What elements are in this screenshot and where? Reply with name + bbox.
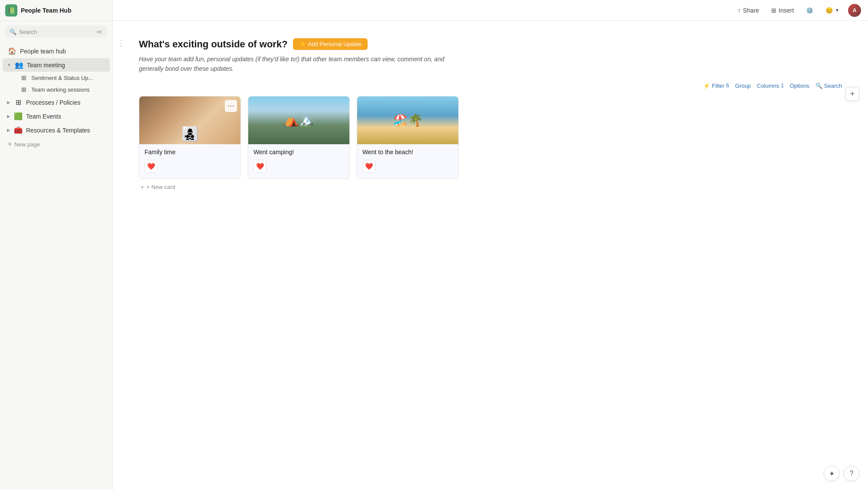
new-card-label: + New card <box>147 184 175 190</box>
search-placeholder: Search <box>19 29 37 35</box>
chevron-down-icon: ▼ <box>835 8 839 13</box>
grid-icon: ⊞ <box>14 98 23 106</box>
card-body-family: Family time ❤️ <box>139 144 240 178</box>
sidebar-item-team-meeting[interactable]: ▼ 👥 Team meeting <box>3 58 110 72</box>
insert-icon: ⊞ <box>771 7 776 14</box>
add-personal-update-label: Add Personal Update <box>308 41 362 47</box>
sidebar-item-label: Team Events <box>26 113 61 120</box>
insert-button[interactable]: ⊞ Insert <box>768 5 797 16</box>
sidebar-item-processes-policies[interactable]: ▶ ⊞ Processes / Policies <box>3 96 110 109</box>
sun-icon: ☀️ <box>299 41 306 47</box>
emoji-button[interactable]: 😊 ▼ <box>822 5 843 16</box>
three-dots-menu[interactable]: ⋮ <box>117 38 125 48</box>
chevron-right-icon: ▶ <box>7 100 10 105</box>
group-label: Group <box>735 83 751 89</box>
sidebar-item-label: Team meeting <box>27 62 65 69</box>
sidebar-title: People Team Hub <box>21 7 71 14</box>
new-page-label: New page <box>14 141 40 148</box>
columns-button[interactable]: Columns 1 <box>757 83 784 89</box>
bottom-right-buttons: ✦ ? <box>824 466 859 481</box>
heart-icon: ❤️ <box>365 162 373 170</box>
section-title-area: What's exciting outside of work? ☀️ Add … <box>139 38 842 50</box>
new-page-button[interactable]: + New page <box>3 138 110 151</box>
share-icon: ↑ <box>738 7 741 14</box>
float-add-button[interactable]: + <box>845 87 859 101</box>
events-icon: 🟩 <box>14 112 23 120</box>
card-image-camping: ⛺🏔️ <box>248 96 349 144</box>
card-actions-camping: ❤️ <box>253 160 344 173</box>
heart-icon: ❤️ <box>256 162 264 170</box>
columns-label: Columns <box>757 83 779 89</box>
card-went-camping[interactable]: ⛺🏔️ Went camping! ❤️ <box>248 96 350 179</box>
add-personal-update-button[interactable]: ☀️ Add Personal Update <box>293 38 368 50</box>
sidebar-item-people-team-hub[interactable]: 🏠 People team hub <box>3 44 110 58</box>
options-button[interactable]: Options <box>790 83 809 89</box>
search-label: Search <box>824 83 842 89</box>
help-button[interactable]: ? <box>844 466 859 481</box>
sidebar-header: 📗 People Team Hub <box>0 0 112 21</box>
plus-icon: + <box>141 184 144 190</box>
app-logo: 📗 <box>5 4 17 17</box>
sidebar-item-label: Processes / Policies <box>26 99 80 106</box>
card-menu-button[interactable]: ⋯ <box>225 100 237 112</box>
group-button[interactable]: Group <box>735 83 751 89</box>
card-went-beach[interactable]: 🏖️🌴 Went to the beach! ❤️ <box>357 96 459 179</box>
cards-container: 👩‍👧‍👦 ⋯ Family time ❤️ ⛺🏔️ <box>139 96 842 179</box>
sidebar-item-label: Resources & Templates <box>26 127 90 134</box>
sparkle-button[interactable]: ✦ <box>824 466 839 481</box>
card-title-beach: Went to the beach! <box>362 149 453 156</box>
section-title-text: What's exciting outside of work? <box>139 39 288 50</box>
search-button[interactable]: 🔍 Search <box>815 83 842 89</box>
emoji-icon: 😊 <box>825 7 833 14</box>
topbar: ↑ Share ⊞ Insert ⚙️ 😊 ▼ A <box>113 0 868 21</box>
filter-button[interactable]: ⚡ Filter 6 <box>703 83 729 89</box>
sidebar-item-team-events[interactable]: ▶ 🟩 Team Events <box>3 109 110 123</box>
sidebar: 📗 People Team Hub 🔍 Search ≪ 🏠 People te… <box>0 0 113 490</box>
search-bar[interactable]: 🔍 Search ≪ <box>5 26 107 38</box>
grid-icon: ⊞ <box>20 74 28 81</box>
chevron-right-icon: ▶ <box>7 114 10 119</box>
filter-label: Filter <box>712 83 724 89</box>
filter-count: 6 <box>726 83 729 89</box>
sidebar-item-label: Team working sessions <box>31 86 89 93</box>
new-card-button[interactable]: + + New card <box>139 180 842 194</box>
sidebar-item-label: Sentiment & Status Up... <box>31 75 93 81</box>
card-title-family: Family time <box>145 149 235 156</box>
sidebar-item-resources-templates[interactable]: ▶ 🧰 Resources & Templates <box>3 123 110 137</box>
grid-icon: ⊞ <box>20 86 28 93</box>
avatar[interactable]: A <box>848 4 861 17</box>
share-button[interactable]: ↑ Share <box>734 5 763 16</box>
chevron-down-icon: ▼ <box>7 63 11 67</box>
card-title-camping: Went camping! <box>253 149 344 156</box>
chevron-right-icon: ▶ <box>7 128 10 132</box>
card-family-time[interactable]: 👩‍👧‍👦 ⋯ Family time ❤️ <box>139 96 241 179</box>
plus-icon: + <box>8 140 12 148</box>
share-label: Share <box>743 7 759 14</box>
heart-button-camping[interactable]: ❤️ <box>253 160 266 173</box>
card-body-beach: Went to the beach! ❤️ <box>357 144 458 178</box>
cards-toolbar: ⚡ Filter 6 Group Columns 1 Options 🔍 Sea… <box>139 83 842 89</box>
card-actions-family: ❤️ <box>145 160 235 173</box>
section-description: Have your team add fun, personal updates… <box>139 54 451 74</box>
card-actions-beach: ❤️ <box>362 160 453 173</box>
home-icon: 🏠 <box>8 47 16 55</box>
card-body-camping: Went camping! ❤️ <box>248 144 349 178</box>
card-image-beach: 🏖️🌴 <box>357 96 458 144</box>
team-icon: 👥 <box>15 61 23 69</box>
options-label: Options <box>790 83 809 89</box>
search-icon: 🔍 <box>10 29 16 35</box>
heart-button-beach[interactable]: ❤️ <box>362 160 375 173</box>
gear-icon: ⚙️ <box>806 7 813 14</box>
settings-button[interactable]: ⚙️ <box>802 5 817 16</box>
collapse-sidebar-button[interactable]: ≪ <box>96 28 103 35</box>
content-area: ⋮ What's exciting outside of work? ☀️ Ad… <box>113 21 868 490</box>
sidebar-item-team-working-sessions[interactable]: ⊞ Team working sessions <box>3 84 110 95</box>
search-icon: 🔍 <box>815 83 822 89</box>
sidebar-item-label: People team hub <box>20 48 66 55</box>
filter-icon: ⚡ <box>703 83 710 89</box>
main-area: ↑ Share ⊞ Insert ⚙️ 😊 ▼ A ⋮ What's excit… <box>113 0 868 490</box>
sidebar-item-sentiment-status[interactable]: ⊞ Sentiment & Status Up... <box>3 72 110 83</box>
insert-label: Insert <box>779 7 794 14</box>
heart-button-family[interactable]: ❤️ <box>145 160 158 173</box>
columns-count: 1 <box>781 83 784 89</box>
